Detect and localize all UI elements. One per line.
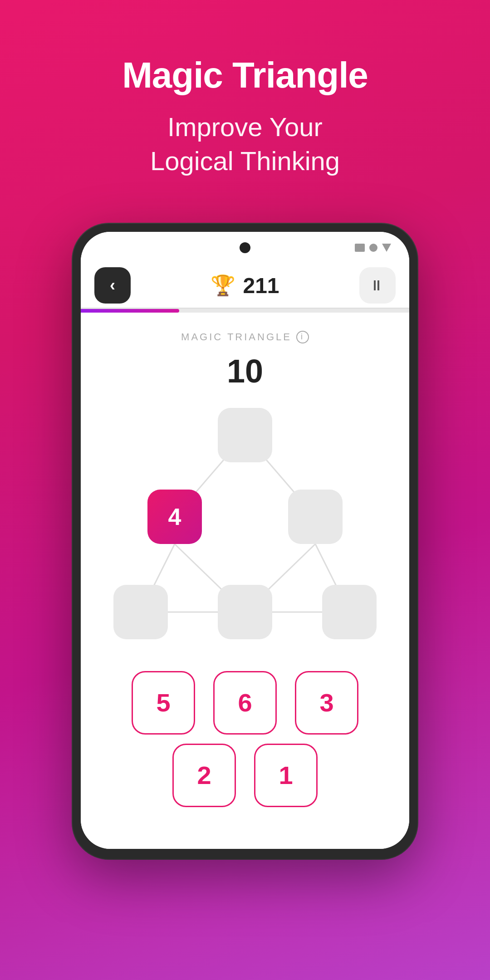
phone-wrapper: ‹ 🏆 211 ⏸ MAGIC TRIANGLE i [73, 224, 417, 859]
game-content: MAGIC TRIANGLE i 10 [81, 313, 409, 849]
tile-2[interactable]: 2 [172, 744, 236, 807]
back-button[interactable]: ‹ [94, 267, 131, 304]
camera-notch [240, 242, 250, 253]
score-value: 211 [243, 273, 279, 298]
target-number: 10 [227, 353, 263, 390]
pause-icon: ⏸ [369, 277, 386, 294]
app-title: Magic Triangle [122, 54, 368, 96]
trophy-icon: 🏆 [211, 274, 235, 297]
node-mid-left[interactable]: 4 [147, 490, 202, 544]
app-subtitle: Improve Your Logical Thinking [150, 110, 340, 178]
tile-3[interactable]: 3 [295, 671, 358, 735]
header-section: Magic Triangle Improve Your Logical Thin… [0, 0, 490, 215]
tile-6[interactable]: 6 [213, 671, 277, 735]
nav-bar: ‹ 🏆 211 ⏸ [81, 264, 409, 309]
status-bar [81, 232, 409, 264]
node-top[interactable] [218, 408, 272, 462]
wifi-icon [369, 244, 377, 252]
subtitle-line1: Improve Your [167, 112, 323, 142]
puzzle-container: 4 [95, 408, 395, 662]
progress-fill [81, 309, 179, 313]
subtitle-line2: Logical Thinking [150, 146, 340, 176]
tile-5[interactable]: 5 [132, 671, 195, 735]
node-mid-right[interactable] [288, 490, 343, 544]
number-tiles-row1: 5 6 3 [113, 671, 377, 735]
node-bot-mid[interactable] [218, 585, 272, 639]
back-arrow-icon: ‹ [110, 276, 115, 295]
info-button[interactable]: i [296, 331, 309, 343]
number-tiles-row2: 2 1 [154, 744, 336, 807]
node-bot-right[interactable] [322, 585, 377, 639]
phone-screen: ‹ 🏆 211 ⏸ MAGIC TRIANGLE i [81, 232, 409, 849]
node-bot-left[interactable] [113, 585, 168, 639]
tile-1[interactable]: 1 [254, 744, 318, 807]
phone-frame: ‹ 🏆 211 ⏸ MAGIC TRIANGLE i [73, 224, 417, 859]
progress-bar [81, 309, 409, 313]
signal-icon [382, 244, 391, 252]
status-icons [355, 244, 391, 252]
score-display: 🏆 211 [211, 273, 279, 298]
pause-button[interactable]: ⏸ [359, 267, 396, 304]
game-label: MAGIC TRIANGLE i [181, 331, 309, 343]
battery-icon [355, 244, 365, 252]
